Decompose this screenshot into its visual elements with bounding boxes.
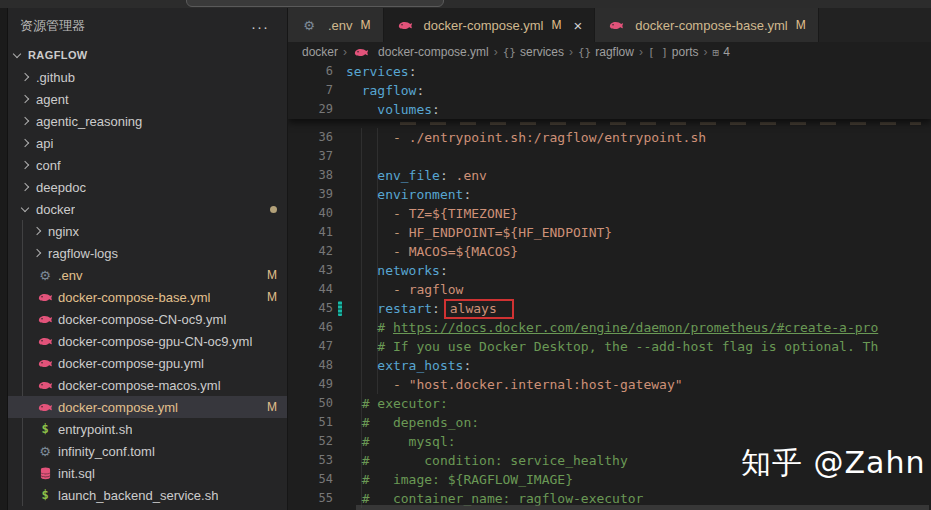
item-label: docker-compose-gpu.yml	[58, 356, 204, 371]
code-line-38[interactable]: 38 env_file: .env	[288, 166, 931, 185]
indent-guide	[361, 128, 362, 508]
sidebar-item-agent[interactable]: agent	[8, 88, 287, 110]
tab-env[interactable]: ⚙.envM	[288, 8, 384, 42]
sidebar-item-agentic-reasoning[interactable]: agentic_reasoning	[8, 110, 287, 132]
line-number: 39	[288, 185, 333, 204]
sidebar-item-init-sql[interactable]: init.sql	[8, 462, 287, 484]
item-label: conf	[36, 158, 61, 173]
breadcrumb-item-4[interactable]: ⊞4	[713, 45, 730, 59]
code-line-37[interactable]: 37	[288, 147, 931, 166]
code-line-51[interactable]: 51 # depends_on:	[288, 413, 931, 432]
docker-whale-icon	[36, 379, 54, 391]
code-editor[interactable]: 36 - ./entrypoint.sh:/ragflow/entrypoint…	[288, 62, 931, 510]
breadcrumb-separator: ›	[569, 45, 573, 59]
tab-docker-compose-base-yml[interactable]: docker-compose-base.ymlM	[595, 8, 818, 42]
line-number: 29	[288, 100, 333, 119]
more-actions-icon[interactable]: ···	[251, 18, 269, 35]
activity-bar-edge	[0, 8, 8, 510]
modified-dot	[270, 206, 277, 213]
command-center[interactable]	[186, 0, 444, 7]
item-label: agent	[36, 92, 69, 107]
chevron-right-icon	[21, 117, 29, 125]
sidebar-item-env[interactable]: ⚙.envM	[8, 264, 287, 286]
breadcrumb-item-ragflow[interactable]: {}ragflow	[578, 45, 634, 59]
sidebar-item-launch-backend-service-sh[interactable]: $launch_backend_service.sh	[8, 484, 287, 506]
sidebar-item-docker-compose-macos-yml[interactable]: docker-compose-macos.yml	[8, 374, 287, 396]
line-number: 38	[288, 166, 333, 185]
sidebar-item-conf[interactable]: conf	[8, 154, 287, 176]
item-label: api	[36, 136, 53, 151]
code-line-41[interactable]: 41 - HF_ENDPOINT=${HF_ENDPOINT}	[288, 223, 931, 242]
line-content: env_file: .env	[346, 166, 487, 185]
code-line-47[interactable]: 47 # If you use Docker Desktop, the --ad…	[288, 337, 931, 356]
horizontal-scrollbar[interactable]	[356, 505, 929, 510]
line-content: # mysql:	[346, 432, 456, 451]
symbol-object-icon: {}	[578, 46, 591, 59]
breadcrumb-item-ports[interactable]: [ ]ports	[648, 45, 699, 59]
code-line-49[interactable]: 49 - "host.docker.internal:host-gateway"	[288, 375, 931, 394]
sidebar-item-docker-compose-yml[interactable]: docker-compose.ymlM	[8, 396, 287, 418]
code-line-42[interactable]: 42 - MACOS=${MACOS}	[288, 242, 931, 261]
code-line-39[interactable]: 39 environment:	[288, 185, 931, 204]
breadcrumb-item-services[interactable]: {}services	[503, 45, 564, 59]
sidebar-item-docker-compose-gpu-yml[interactable]: docker-compose-gpu.yml	[8, 352, 287, 374]
code-line-45[interactable]: 45 restart: always	[288, 299, 931, 318]
chevron-down-icon	[21, 203, 29, 211]
docker-whale-icon	[36, 401, 54, 413]
explorer-sidebar: 资源管理器 ··· RAGFLOW .githubagentagentic_re…	[0, 8, 288, 510]
tab-label: docker-compose-base.yml	[635, 18, 787, 33]
line-number: 7	[288, 81, 333, 100]
code-line-43[interactable]: 43 networks:	[288, 261, 931, 280]
explorer-title: 资源管理器	[20, 17, 85, 35]
modified-badge: M	[796, 18, 806, 32]
modified-badge: M	[267, 290, 277, 304]
sidebar-item-nginx[interactable]: nginx	[8, 220, 287, 242]
gear-icon: ⚙	[36, 269, 54, 282]
code-line-46[interactable]: 46 # https://docs.docker.com/engine/daem…	[288, 318, 931, 337]
line-number: 46	[288, 318, 333, 337]
tab-docker-compose-yml[interactable]: docker-compose.ymlM×	[384, 8, 596, 42]
sidebar-item-docker-compose-base-yml[interactable]: docker-compose-base.ymlM	[8, 286, 287, 308]
code-line-7[interactable]: 7 ragflow:	[288, 81, 931, 100]
sidebar-item-entrypoint-sh[interactable]: $entrypoint.sh	[8, 418, 287, 440]
line-number: 45	[288, 299, 333, 318]
sidebar-item-docker-compose-cn-oc9-yml[interactable]: docker-compose-CN-oc9.yml	[8, 308, 287, 330]
chevron-right-icon	[21, 73, 29, 81]
code-line-6[interactable]: 6services:	[288, 62, 931, 81]
breadcrumb-separator: ›	[494, 45, 498, 59]
code-line-48[interactable]: 48 extra_hosts:	[288, 356, 931, 375]
tab-label: docker-compose.yml	[424, 18, 544, 33]
code-line-29[interactable]: 29 volumes:	[288, 100, 931, 119]
close-icon[interactable]: ×	[574, 18, 583, 33]
breadcrumb-item-docker-compose-yml[interactable]: docker-compose.yml	[352, 45, 489, 59]
breadcrumb-label: ragflow	[595, 45, 634, 59]
code-line-44[interactable]: 44 - ragflow	[288, 280, 931, 299]
sidebar-item-ragflow-logs[interactable]: ragflow-logs	[8, 242, 287, 264]
sidebar-item-infinity-conf-toml[interactable]: ⚙infinity_conf.toml	[8, 440, 287, 462]
sidebar-item-docker[interactable]: docker	[8, 198, 287, 220]
item-label: agentic_reasoning	[36, 114, 142, 129]
line-number: 44	[288, 280, 333, 299]
section-ragflow[interactable]: RAGFLOW	[8, 44, 287, 66]
occluded-line	[400, 120, 921, 128]
line-number: 42	[288, 242, 333, 261]
line-content: services:	[346, 62, 416, 81]
line-number: 41	[288, 223, 333, 242]
sidebar-item-api[interactable]: api	[8, 132, 287, 154]
line-content: - HF_ENDPOINT=${HF_ENDPOINT}	[346, 223, 612, 242]
line-content: - "host.docker.internal:host-gateway"	[346, 375, 683, 394]
code-line-50[interactable]: 50 # executor:	[288, 394, 931, 413]
code-line-36[interactable]: 36 - ./entrypoint.sh:/ragflow/entrypoint…	[288, 128, 931, 147]
symbol-object-icon: {}	[503, 46, 516, 59]
item-label: .github	[36, 70, 75, 85]
line-number: 49	[288, 375, 333, 394]
line-number: 36	[288, 128, 333, 147]
line-content: # depends_on:	[346, 413, 479, 432]
line-content: - MACOS=${MACOS}	[346, 242, 518, 261]
line-content: volumes:	[346, 100, 440, 119]
sidebar-item-deepdoc[interactable]: deepdoc	[8, 176, 287, 198]
breadcrumb-item-docker[interactable]: docker	[302, 45, 338, 59]
sidebar-item-github[interactable]: .github	[8, 66, 287, 88]
code-line-40[interactable]: 40 - TZ=${TIMEZONE}	[288, 204, 931, 223]
sidebar-item-docker-compose-gpu-cn-oc9-yml[interactable]: docker-compose-gpu-CN-oc9.yml	[8, 330, 287, 352]
